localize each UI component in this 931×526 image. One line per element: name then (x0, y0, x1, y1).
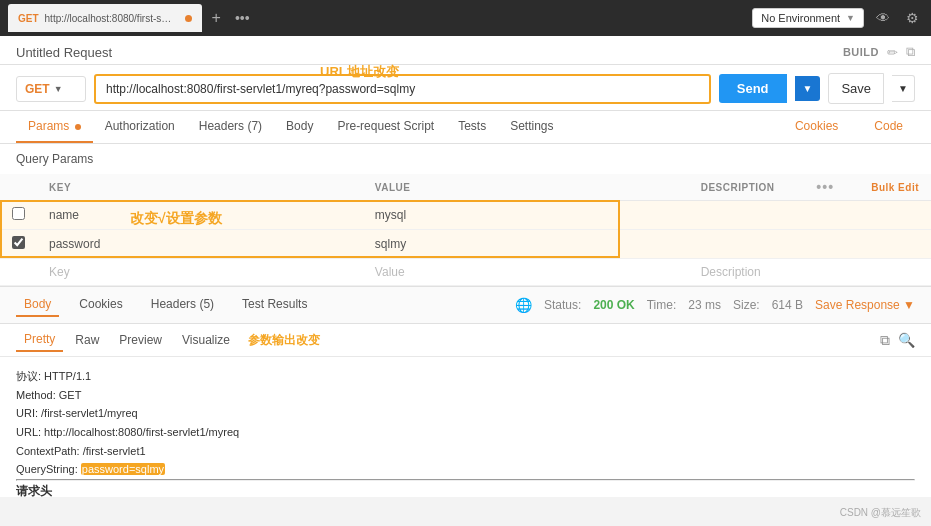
row-check-cell-empty (0, 259, 37, 286)
method-dropdown[interactable]: GET ▼ (16, 76, 86, 102)
environment-selector[interactable]: No Environment ▼ (752, 8, 864, 28)
row-check-cell[interactable] (0, 230, 37, 259)
col-header-desc: DESCRIPTION (689, 174, 805, 201)
response-body: 协议: HTTP/1.1Method: GETURI: /first-servl… (0, 357, 931, 497)
section-title: Query Params (0, 144, 931, 174)
row-value-cell[interactable]: sqlmy (363, 230, 689, 259)
save-button[interactable]: Save (828, 73, 884, 104)
tab-body[interactable]: Body (274, 111, 325, 143)
tab-headers[interactable]: Headers (7) (187, 111, 274, 143)
time-label: Time: (647, 298, 677, 312)
tab-params[interactable]: Params (16, 111, 93, 143)
format-annotation: 参数输出改变 (248, 332, 320, 349)
response-bar: Body Cookies Headers (5) Test Results 🌐 … (0, 287, 931, 324)
row-dots-cell (804, 259, 846, 286)
table-row-placeholder: Key Value Description (0, 259, 931, 286)
col-header-key: KEY (37, 174, 363, 201)
row-value-cell[interactable]: mysql (363, 201, 689, 230)
format-tab-raw[interactable]: Raw (67, 329, 107, 351)
response-tab-test-results[interactable]: Test Results (234, 293, 315, 317)
response-tab-cookies[interactable]: Cookies (71, 293, 130, 317)
top-right-controls: No Environment ▼ 👁 ⚙ (752, 8, 923, 28)
watermark: CSDN @慕远笙歌 (840, 506, 921, 520)
send-button[interactable]: Send (719, 74, 787, 103)
request-tab[interactable]: GET http://localhost:8080/first-servi...… (8, 4, 202, 32)
params-table: KEY VALUE DESCRIPTION ••• Bulk Edit (0, 174, 931, 286)
size-value: 614 B (772, 298, 803, 312)
url-bar: GET ▼ Send ▼ Save ▼ (16, 73, 915, 104)
url-bar-container: URL地址改变 GET ▼ Send ▼ Save ▼ (0, 65, 931, 111)
row-check-cell[interactable] (0, 201, 37, 230)
row-checkbox[interactable] (12, 207, 25, 220)
tab-method-badge: GET (18, 13, 39, 24)
row-desc-placeholder-cell[interactable]: Description (689, 259, 805, 286)
col-header-dots: ••• (804, 174, 846, 201)
tab-cookies[interactable]: Cookies (783, 111, 850, 143)
params-table-wrapper: 改变√设置参数 KEY VALUE DESCRIPTION ••• Bulk E… (0, 174, 931, 286)
globe-icon: 🌐 (515, 297, 532, 313)
status-label: Status: (544, 298, 581, 312)
format-tabs: Pretty Raw Preview Visualize 参数输出改变 ⧉ 🔍 (0, 324, 931, 357)
more-tabs-button[interactable]: ••• (231, 10, 254, 26)
time-value: 23 ms (688, 298, 721, 312)
request-title: Untitled Request (16, 45, 112, 60)
row-desc-cell[interactable] (689, 230, 805, 259)
row-value-placeholder-cell[interactable]: Value (363, 259, 689, 286)
row-dots-cell (804, 230, 846, 259)
app-container: GET http://localhost:8080/first-servi...… (0, 0, 931, 526)
three-dots-icon[interactable]: ••• (816, 179, 834, 195)
edit-icon-button[interactable]: ✏ (887, 45, 898, 60)
tab-pre-request[interactable]: Pre-request Script (325, 111, 446, 143)
col-header-bulk-edit[interactable]: Bulk Edit (846, 174, 931, 201)
search-response-button[interactable]: 🔍 (898, 332, 915, 349)
size-label: Size: (733, 298, 760, 312)
tab-settings[interactable]: Settings (498, 111, 565, 143)
tab-url-text: http://localhost:8080/first-servi.... (45, 13, 175, 24)
row-desc-cell[interactable] (689, 201, 805, 230)
build-area: BUILD ✏ ⧉ (843, 44, 915, 60)
tab-authorization[interactable]: Authorization (93, 111, 187, 143)
query-params-section: Query Params 改变√设置参数 KEY VALUE DESCRIPTI… (0, 144, 931, 287)
response-status: 🌐 Status: 200 OK Time: 23 ms Size: 614 B… (515, 297, 915, 313)
env-chevron: ▼ (846, 13, 855, 23)
send-chevron-button[interactable]: ▼ (795, 76, 821, 101)
eye-icon-button[interactable]: 👁 (872, 8, 894, 28)
copy-response-button[interactable]: ⧉ (880, 332, 890, 349)
params-annotation: 改变√设置参数 (130, 210, 222, 228)
response-tools: ⧉ 🔍 (880, 332, 915, 349)
response-tab-body[interactable]: Body (16, 293, 59, 317)
tab-code[interactable]: Code (862, 111, 915, 143)
format-tab-preview[interactable]: Preview (111, 329, 170, 351)
tab-modified-dot (185, 15, 192, 22)
save-chevron-button[interactable]: ▼ (892, 75, 915, 102)
row-dots-cell (804, 201, 846, 230)
row-key-placeholder-cell[interactable]: Key (37, 259, 363, 286)
settings-icon-button[interactable]: ⚙ (902, 8, 923, 28)
save-response-button[interactable]: Save Response ▼ (815, 298, 915, 312)
url-input[interactable] (94, 74, 711, 104)
build-label: BUILD (843, 46, 879, 58)
response-tab-headers[interactable]: Headers (5) (143, 293, 222, 317)
copy-icon-button[interactable]: ⧉ (906, 44, 915, 60)
row-key-cell[interactable]: password (37, 230, 363, 259)
row-extra-cell (846, 230, 931, 259)
new-tab-button[interactable]: + (206, 9, 227, 27)
table-row: password sqlmy (0, 230, 931, 259)
row-extra-cell (846, 201, 931, 230)
tab-bar: GET http://localhost:8080/first-servi...… (0, 0, 931, 36)
row-checkbox[interactable] (12, 236, 25, 249)
url-annotation: URL地址改变 (320, 63, 399, 81)
params-dot (75, 124, 81, 130)
col-header-check (0, 174, 37, 201)
nav-tabs-right: Cookies Code (783, 111, 915, 143)
format-tab-pretty[interactable]: Pretty (16, 328, 63, 352)
format-tab-visualize[interactable]: Visualize (174, 329, 238, 351)
status-value: 200 OK (593, 298, 634, 312)
method-label: GET (25, 82, 50, 96)
highlight-password: password=sqlmy (81, 463, 165, 475)
row-extra-cell (846, 259, 931, 286)
tab-tests[interactable]: Tests (446, 111, 498, 143)
method-chevron: ▼ (54, 84, 63, 94)
nav-tabs: Params Authorization Headers (7) Body Pr… (0, 111, 931, 144)
env-label: No Environment (761, 12, 840, 24)
